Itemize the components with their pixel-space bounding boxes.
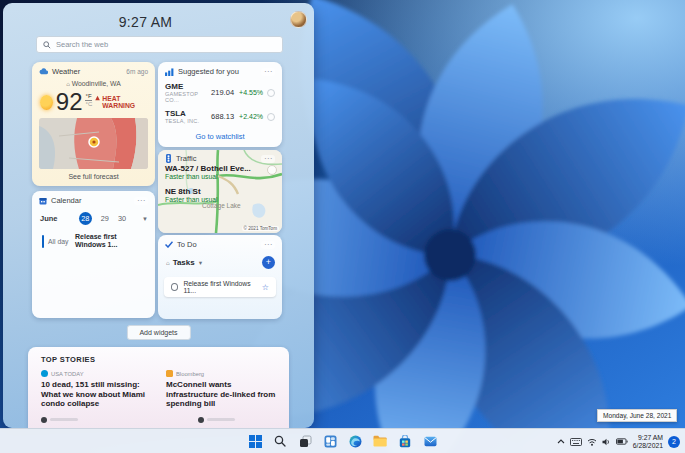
touch-keyboard-tray-icon[interactable]	[570, 438, 582, 446]
sparkline-icon	[267, 113, 275, 121]
volume-tray-icon[interactable]	[602, 438, 611, 446]
news-story-partial[interactable]	[41, 417, 78, 423]
widget-menu-icon[interactable]: ⋯	[261, 68, 275, 76]
trending-chart-icon	[165, 68, 174, 76]
sparkline-icon	[267, 89, 275, 97]
weather-location: ⌂ Woodinville, WA	[32, 80, 155, 87]
top-stories-header: TOP STORIES	[28, 347, 289, 364]
usa-today-logo-icon	[41, 370, 48, 377]
search-input[interactable]	[56, 40, 276, 49]
taskbar-search-button[interactable]	[271, 432, 290, 451]
mail-envelope-icon	[424, 436, 437, 447]
task-view-icon	[299, 435, 312, 448]
edge-icon	[349, 435, 362, 448]
cloud-icon	[39, 68, 48, 75]
folder-icon	[373, 435, 387, 447]
stock-company: TESLA, INC.	[165, 118, 211, 124]
location-pin-icon: ⌂	[66, 81, 70, 87]
weather-updated: 6m ago	[126, 68, 148, 75]
route-name: WA-527 / Bothell Eve...	[165, 164, 275, 173]
widget-title: Calendar	[51, 196, 81, 205]
stock-price: 219.04	[211, 88, 234, 97]
widget-title: To Do	[177, 240, 197, 249]
calendar-month: June	[40, 214, 58, 223]
unit-celsius[interactable]: °C	[85, 101, 92, 108]
warning-triangle-icon	[95, 95, 100, 101]
battery-icon	[616, 438, 628, 445]
news-story-partial[interactable]	[198, 417, 235, 423]
add-widgets-button[interactable]: Add widgets	[126, 325, 190, 340]
story-headline: McConnell wants infrastructure de-linked…	[166, 380, 277, 409]
show-hidden-icons-chevron[interactable]	[557, 439, 565, 444]
news-feed: TOP STORIES USA TODAY 10 dead, 151 still…	[28, 347, 289, 428]
heat-warning-badge: HEAT WARNING	[95, 95, 147, 110]
add-task-button[interactable]: +	[262, 256, 275, 269]
task-view-button[interactable]	[296, 432, 315, 451]
go-to-watchlist-link[interactable]: Go to watchlist	[158, 127, 282, 141]
calendar-widget[interactable]: Calendar ⋯ June 28 29 30 ▼ All day Relea…	[32, 191, 155, 318]
taskbar-clock[interactable]: 9:27 AM 6/28/2021	[633, 434, 663, 450]
edge-browser-button[interactable]	[346, 432, 365, 451]
avatar[interactable]	[290, 11, 307, 28]
calendar-event[interactable]: All day Release first Windows 1...	[32, 225, 155, 249]
star-icon[interactable]: ☆	[262, 283, 269, 292]
battery-tray-icon[interactable]	[616, 438, 628, 445]
widget-menu-icon[interactable]: ⋯	[261, 155, 275, 163]
tasks-list-name[interactable]: Tasks	[173, 258, 195, 267]
panel-clock: 9:27 AM	[3, 14, 288, 30]
task-label: Release first Windows 11...	[183, 280, 256, 294]
store-bag-icon	[399, 435, 411, 448]
search-icon	[43, 41, 51, 49]
todo-check-icon	[165, 241, 173, 248]
news-story[interactable]: Bloomberg McConnell wants infrastructure…	[166, 370, 277, 409]
widget-title: Weather	[52, 67, 80, 76]
clock-time: 9:27 AM	[633, 434, 663, 442]
stock-symbol: TSLA	[165, 109, 211, 118]
start-button[interactable]	[246, 432, 265, 451]
task-checkbox[interactable]	[171, 283, 178, 291]
widgets-panel: 9:27 AM Weather 6m ago ⌂ Woodinville, WA	[3, 3, 314, 428]
todo-widget[interactable]: To Do ⋯ ⌂ Tasks ▼ + Release first Window…	[158, 235, 282, 319]
traffic-widget[interactable]: Traffic ⋯ WA-527 / Bothell Eve... Faster…	[158, 150, 282, 233]
widget-menu-icon[interactable]: ⋯	[134, 197, 148, 205]
calendar-icon	[39, 197, 47, 205]
sun-icon	[40, 95, 53, 110]
weather-widget[interactable]: Weather 6m ago ⌂ Woodinville, WA 92 °F °…	[32, 62, 155, 186]
route-status: Faster than usual	[165, 173, 275, 180]
see-full-forecast-link[interactable]: See full forecast	[32, 169, 155, 180]
stock-row[interactable]: GME GAMESTOP CO... 219.04 +4.55%	[158, 79, 282, 106]
microsoft-store-button[interactable]	[396, 432, 415, 451]
unit-fahrenheit[interactable]: °F	[85, 93, 92, 101]
calendar-day[interactable]: 29	[101, 214, 109, 223]
calendar-day-selected[interactable]: 28	[79, 212, 92, 225]
notification-badge[interactable]: 2	[668, 436, 680, 448]
chevron-down-icon[interactable]: ▼	[198, 260, 203, 266]
calendar-day[interactable]: 30	[118, 214, 126, 223]
traffic-route: WA-527 / Bothell Eve... Faster than usua…	[158, 163, 282, 180]
widget-menu-icon[interactable]: ⋯	[261, 241, 275, 249]
widgets-icon	[324, 435, 337, 448]
news-story[interactable]: USA TODAY 10 dead, 151 still missing: Wh…	[41, 370, 152, 409]
stock-row[interactable]: TSLA TESLA, INC. 688.13 +2.42%	[158, 106, 282, 127]
search-bar[interactable]	[36, 36, 283, 53]
widgets-button[interactable]	[321, 432, 340, 451]
stock-price: 688.13	[211, 112, 234, 121]
keyboard-icon	[570, 438, 582, 446]
news-logo-icon	[198, 417, 204, 423]
map-place-label: Cottage Lake	[202, 202, 241, 209]
tasks-list-icon: ⌂	[166, 260, 170, 266]
stock-company: GAMESTOP CO...	[165, 91, 211, 103]
mail-button[interactable]	[421, 432, 440, 451]
stock-change: +2.42%	[239, 113, 263, 120]
chevron-down-icon[interactable]: ▼	[142, 216, 148, 222]
todo-task-item[interactable]: Release first Windows 11... ☆	[164, 277, 276, 297]
truncated-text	[50, 418, 78, 421]
network-tray-icon[interactable]	[587, 438, 597, 446]
temperature-value: 92	[56, 90, 83, 114]
taskbar: 9:27 AM 6/28/2021 2	[0, 428, 685, 453]
file-explorer-button[interactable]	[371, 432, 390, 451]
widget-title: Suggested for you	[178, 67, 239, 76]
stocks-widget[interactable]: Suggested for you ⋯ GME GAMESTOP CO... 2…	[158, 62, 282, 147]
story-source: USA TODAY	[51, 371, 84, 377]
speaker-icon	[602, 438, 611, 446]
